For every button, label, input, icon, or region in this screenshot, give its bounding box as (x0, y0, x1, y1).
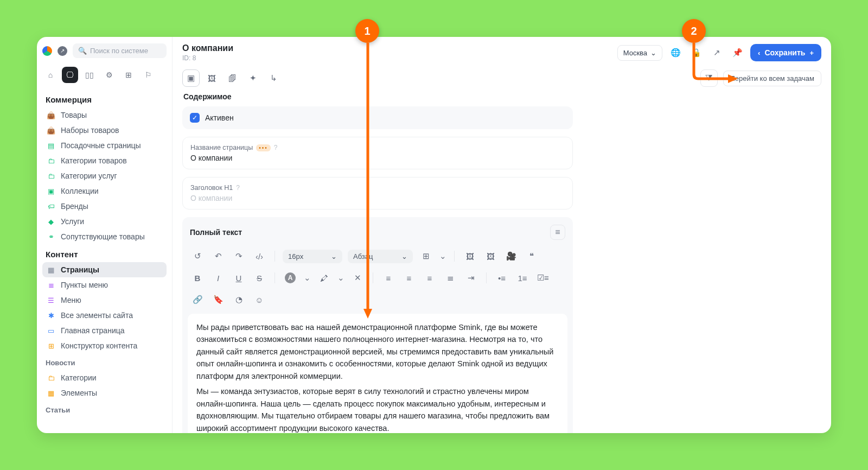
sidebar-item-related-products[interactable]: ⚭Сопутствующие товары (42, 229, 167, 244)
editor-settings-button[interactable]: ≡ (550, 225, 565, 240)
bag-icon: 👜 (47, 126, 55, 135)
redo-button[interactable]: ↷ (231, 249, 246, 264)
underline-button[interactable]: U (231, 270, 246, 285)
mode-btn-book[interactable]: ▯▯ (81, 67, 98, 83)
emoji-button[interactable]: ☺ (252, 292, 267, 307)
page-name-card[interactable]: Название страницы ••• ? О компании (182, 137, 573, 169)
lock-button[interactable]: 🔒 (688, 45, 704, 60)
bookmark-button[interactable]: 🔖 (210, 292, 226, 307)
time-button[interactable]: ◔ (231, 292, 246, 307)
mode-btn-home[interactable]: ⌂ (42, 67, 59, 83)
block-type-select[interactable]: Абзац ⌄ (348, 250, 413, 263)
table-button[interactable]: ⊞ (418, 249, 433, 264)
insert-gallery-button[interactable]: 🖾 (483, 249, 498, 264)
tab-files[interactable]: 🗐 (224, 69, 241, 87)
toolbar-separator (454, 251, 455, 262)
highlight-button[interactable]: 🖍 (316, 270, 331, 285)
globe-icon: 🌐 (671, 48, 681, 58)
tab-image[interactable]: 🖼 (203, 69, 220, 87)
align-left-button[interactable]: ≡ (381, 270, 396, 285)
bold-button[interactable]: B (190, 270, 205, 285)
insert-image-button[interactable]: 🖼 (462, 249, 477, 264)
clear-format-button[interactable]: ✕ (350, 270, 365, 285)
save-button[interactable]: ‹ Сохранить + (750, 44, 821, 61)
font-size-select[interactable]: 16px ⌄ (283, 250, 342, 263)
sidebar-item-label: Страницы (61, 265, 99, 274)
sidebar-item-label: Категории услуг (61, 172, 117, 180)
tab-content[interactable]: ▣ (182, 69, 200, 87)
insert-video-button[interactable]: 🎥 (503, 249, 519, 264)
sidebar-item-brands[interactable]: 🏷Бренды (42, 199, 167, 214)
pin-button[interactable]: 📌 (730, 45, 745, 60)
sidebar-item-news-categories[interactable]: 🗀Категории (42, 370, 167, 385)
globe-button[interactable]: 🌐 (668, 45, 683, 60)
sidebar-item-content-builder[interactable]: ⊞Конструктор контента (42, 338, 167, 353)
text-color-button[interactable]: A (283, 270, 298, 285)
sidebar-item-label: Посадочные страницы (61, 141, 141, 150)
folder-icon: 🗀 (47, 172, 55, 180)
h1-card[interactable]: Заголовок H1 ? О компании (182, 177, 573, 209)
sidebar: ↗ 🔍 Поиск по системе ⌂ 🖵 ▯▯ ⚙ ⊞ ⚐ Коммер… (37, 37, 173, 433)
editor-body[interactable]: Мы рады приветствовать вас на нашей демо… (188, 314, 567, 433)
align-center-button[interactable]: ≡ (401, 270, 417, 285)
bookmark-icon: 🔖 (213, 295, 224, 304)
open-external-button[interactable]: ↗ (709, 45, 724, 60)
menu-icon: ☰ (47, 296, 55, 304)
search-input[interactable]: 🔍 Поиск по системе (73, 43, 167, 58)
sidebar-item-product-sets[interactable]: 👜Наборы товаров (42, 123, 167, 138)
sidebar-item-all-elements[interactable]: ✱Все элементы сайта (42, 308, 167, 323)
bullet-list-button[interactable]: •≡ (494, 270, 509, 285)
sidebar-item-label: Услуги (61, 217, 84, 226)
editor-title: Полный текст (190, 228, 242, 237)
active-label: Активен (205, 113, 234, 122)
tab-ai[interactable]: ✦ (244, 69, 261, 87)
filter-button[interactable]: ⧩ (700, 69, 718, 87)
active-checkbox-row[interactable]: ✓ Активен (190, 113, 565, 123)
chevron-down-icon[interactable]: ⌄ (303, 270, 311, 285)
sidebar-item-pages[interactable]: ▦Страницы (42, 262, 167, 277)
align-justify-button[interactable]: ≣ (443, 270, 458, 285)
sidebar-item-menu-items[interactable]: ≣Пункты меню (42, 277, 167, 293)
align-right-button[interactable]: ≡ (422, 270, 437, 285)
chevron-down-icon: ⌄ (401, 252, 407, 261)
page-name-value: О компании (190, 154, 565, 162)
sidebar-item-product-categories[interactable]: 🗀Категории товаров (42, 153, 167, 168)
sidebar-item-landing-pages[interactable]: ▤Посадочные страницы (42, 138, 167, 153)
chevron-down-icon[interactable]: ⌄ (337, 270, 344, 285)
sidebar-item-products[interactable]: 👜Товары (42, 107, 167, 123)
code-button[interactable]: ‹/› (252, 249, 267, 264)
sidebar-item-menu[interactable]: ☰Меню (42, 293, 167, 308)
history-button[interactable]: ↺ (190, 249, 205, 264)
check-list-button[interactable]: ☑≡ (535, 270, 551, 285)
home-icon: ⌂ (48, 71, 53, 79)
mode-btn-add[interactable]: ⊞ (120, 67, 137, 83)
italic-button[interactable]: I (210, 270, 226, 285)
mode-btn-flag[interactable]: ⚐ (140, 67, 156, 83)
help-icon[interactable]: ? (274, 144, 278, 151)
save-button-label: Сохранить (764, 48, 805, 57)
sidebar-item-service-categories[interactable]: 🗀Категории услуг (42, 168, 167, 183)
insert-quote-button[interactable]: ❝ (524, 249, 539, 264)
city-select[interactable]: Москва ⌄ (617, 45, 662, 61)
mode-btn-sliders[interactable]: ⚙ (101, 67, 117, 83)
sidebar-item-home-page[interactable]: ▭Главная страница (42, 323, 167, 338)
main-area: О компании ID: 8 Москва ⌄ 🌐 🔒 ↗ 📌 ‹ Сохр… (173, 37, 831, 433)
chevron-down-icon[interactable]: ⌄ (439, 249, 446, 264)
undo-button[interactable]: ↶ (210, 249, 226, 264)
link-button[interactable]: 🔗 (190, 292, 205, 307)
all-tasks-button[interactable]: Перейти ко всем задачам (723, 71, 822, 86)
tab-flow[interactable]: ↳ (265, 69, 282, 87)
sidebar-item-collections[interactable]: ▣Коллекции (42, 183, 167, 199)
external-link-icon[interactable]: ↗ (58, 46, 67, 56)
sidebar-group-commerce: Коммерция (42, 90, 167, 107)
sidebar-top: ↗ 🔍 Поиск по системе (42, 43, 167, 63)
indent-button[interactable]: ⇥ (463, 270, 478, 285)
help-icon[interactable]: ? (236, 184, 240, 192)
mode-btn-desktop[interactable]: 🖵 (62, 67, 78, 83)
annotation-badge-1: 1 (355, 19, 379, 43)
strike-button[interactable]: S (252, 270, 267, 285)
table-icon: ⊞ (423, 251, 430, 261)
sidebar-item-services[interactable]: ◆Услуги (42, 214, 167, 229)
sidebar-item-news-elements[interactable]: ▦Элементы (42, 385, 167, 401)
number-list-button[interactable]: 1≡ (515, 270, 530, 285)
